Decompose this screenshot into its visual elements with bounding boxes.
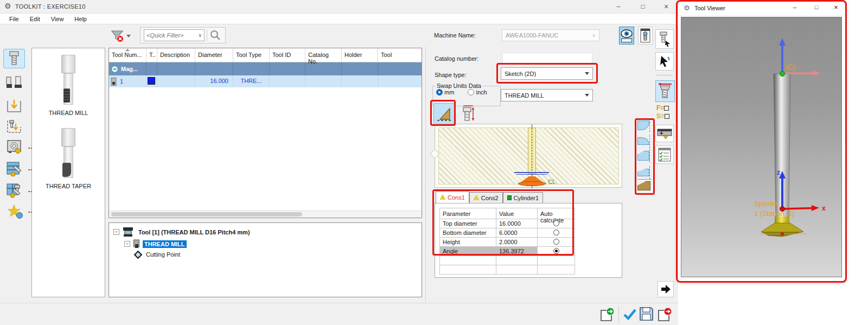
tool-window-button[interactable] [638, 27, 653, 44]
auto-calculate-radio[interactable] [553, 220, 559, 226]
pick-mode-button[interactable] [655, 52, 674, 71]
apply-button[interactable] [622, 307, 637, 322]
param-value-cell[interactable]: 16.0000 [496, 219, 538, 228]
menu-item-file[interactable]: File [4, 15, 24, 23]
sidebar-item-favorites[interactable]: ★ ... [3, 201, 25, 221]
tab-cylinder1[interactable]: Cylinder1 [503, 192, 543, 203]
add-holder-button[interactable]: + [655, 125, 674, 142]
column-header-diameter[interactable]: Diameter [195, 48, 233, 62]
tab-cons1[interactable]: Cons1 [436, 191, 469, 203]
tree-item-tool[interactable]: − THREAD MILL [124, 239, 422, 248]
tool-select-button[interactable] [655, 29, 674, 49]
tree-collapse-icon[interactable]: − [113, 229, 119, 235]
menu-item-view[interactable]: View [46, 15, 69, 23]
maximize-button[interactable]: □ [634, 1, 652, 12]
catalog-number-input[interactable] [502, 53, 592, 64]
dimension-shape-button[interactable] [458, 104, 479, 125]
save-button[interactable] [639, 307, 654, 321]
param-column-header-parameter: Parameter [440, 208, 496, 219]
minimize-button[interactable]: – [609, 1, 628, 12]
c-axis-label: (C) [786, 63, 795, 71]
machine-name-caret-icon: ∨ [592, 33, 596, 38]
quick-filter-combobox[interactable]: <Quick Filter> ∨ [144, 29, 205, 41]
column-header-tool-num[interactable]: Tool Num... [109, 48, 146, 62]
tool-color-swatch[interactable] [148, 77, 155, 85]
corner-type-button-4[interactable] [637, 166, 649, 176]
quick-filter-caret-icon: ∨ [198, 33, 202, 38]
menu-item-help[interactable]: Help [69, 15, 92, 23]
tab-cons2[interactable]: Cons2 [469, 192, 503, 203]
corner-type-button-1[interactable] [637, 120, 649, 130]
column-header-description[interactable]: Description [157, 48, 195, 62]
auto-calculate-radio[interactable] [553, 239, 559, 245]
sidebar-item-tools[interactable] [3, 49, 25, 68]
checklist-button[interactable] [655, 145, 674, 164]
table-group-row[interactable]: − Mag... [109, 62, 422, 75]
param-row-angle[interactable]: Angle136.3972 [440, 247, 575, 256]
corner-type-button-5[interactable] [637, 181, 650, 190]
gallery-item-thread-taper[interactable]: THREAD TAPER [32, 128, 105, 189]
column-header-holder[interactable]: Holder [342, 48, 378, 62]
collapse-group-icon[interactable]: − [111, 66, 118, 73]
param-row-top-diameter[interactable]: Top diameter16.0000 [440, 219, 575, 228]
param-row-bottom-diameter[interactable]: Bottom diameter6.0000 [440, 228, 575, 238]
scrollbar-thumb[interactable] [111, 212, 302, 216]
sidebar-item-table-tools[interactable]: ... [3, 181, 25, 200]
table-row[interactable]: 1 16.000 THRE... [109, 75, 422, 87]
unit-mm-label: mm [444, 89, 454, 95]
auto-calculate-radio[interactable] [553, 248, 559, 254]
param-value-cell[interactable]: 2.0000 [496, 238, 538, 247]
param-header-row: ParameterValueAuto calculate [440, 208, 575, 219]
tool-shape-mode-button[interactable] [655, 80, 675, 102]
gallery-item-thread-mill[interactable]: THREAD MILL [32, 55, 105, 116]
sidebar-item-holders[interactable] [3, 73, 25, 93]
viewer-maximize-button[interactable]: □ [808, 4, 825, 10]
column-header-catalog-no[interactable]: Catalog No. [305, 48, 342, 62]
tool-viewer-toggle-button[interactable] [619, 27, 634, 44]
close-button[interactable]: × [657, 1, 675, 12]
param-row-height[interactable]: Height2.0000 [440, 238, 575, 247]
import-tool-data-button[interactable] [599, 307, 615, 322]
tree-collapse-icon[interactable]: − [124, 241, 130, 247]
column-header-t[interactable]: T.. [146, 48, 157, 62]
param-column-header-value: Value [496, 208, 538, 219]
f-box-icon [664, 106, 669, 111]
cone-shape-button[interactable] [433, 103, 455, 125]
viewer-minimize-button[interactable]: – [787, 4, 803, 10]
sidebar-item-import-tool[interactable] [3, 117, 25, 136]
shape-type-select[interactable]: Sketch (2D) [501, 67, 593, 80]
tool-shank-shape [61, 128, 75, 146]
corner-type-button-2[interactable] [637, 135, 649, 145]
param-value-cell[interactable]: 136.3972 [496, 247, 538, 256]
sidebar-item-table-edit[interactable]: ... [3, 159, 25, 179]
param-value-cell[interactable]: 6.0000 [496, 228, 538, 238]
unit-inch-radio[interactable]: inch [468, 89, 487, 95]
column-header-tool-id[interactable]: Tool ID [270, 48, 305, 62]
filter-button[interactable] [110, 28, 135, 44]
machine-name-select[interactable]: AWEA1000-FANUC ∨ [502, 29, 599, 41]
unit-mm-radio[interactable]: mm [436, 89, 454, 95]
main-toolbar: <Quick Filter> ∨ Machine Name: AWEA1000-… [0, 24, 678, 46]
auto-calculate-radio[interactable] [553, 230, 559, 235]
main-window: ⚙ TOOLKIT : EXERCISE10 – □ × FileEditVie… [0, 0, 678, 325]
menu-item-edit[interactable]: Edit [25, 15, 45, 23]
param-name-cell: Bottom diameter [440, 228, 496, 238]
tree-tool-label[interactable]: THREAD MILL [143, 240, 187, 248]
search-icon[interactable] [209, 29, 221, 41]
tab-label: Cons2 [481, 195, 499, 201]
corner-type-button-3[interactable] [637, 151, 649, 161]
column-header-tool[interactable]: Tool [378, 48, 422, 62]
tool-family-select[interactable]: THREAD MILL [501, 89, 593, 101]
tree-item-cutting-point[interactable]: Cutting Point [135, 251, 422, 258]
sidebar-item-database[interactable]: ... [3, 137, 25, 157]
group-cell [195, 62, 233, 75]
tree-item-root[interactable]: − Tool [1] (THREAD MILL D16 Pitch4 mm) [113, 227, 422, 237]
exit-button[interactable] [657, 307, 672, 322]
detach-panel-button[interactable] [658, 281, 674, 297]
table-h-scrollbar[interactable] [109, 211, 422, 218]
column-header-tool-type[interactable]: Tool Type [233, 48, 270, 62]
viewer-close-button[interactable]: × [829, 3, 843, 11]
viewer-3d-viewport[interactable]: (C) z x Spindle 1 (Station_1) [681, 17, 842, 277]
cone-shape-icon [436, 106, 452, 122]
sidebar-item-import[interactable] [3, 96, 25, 116]
